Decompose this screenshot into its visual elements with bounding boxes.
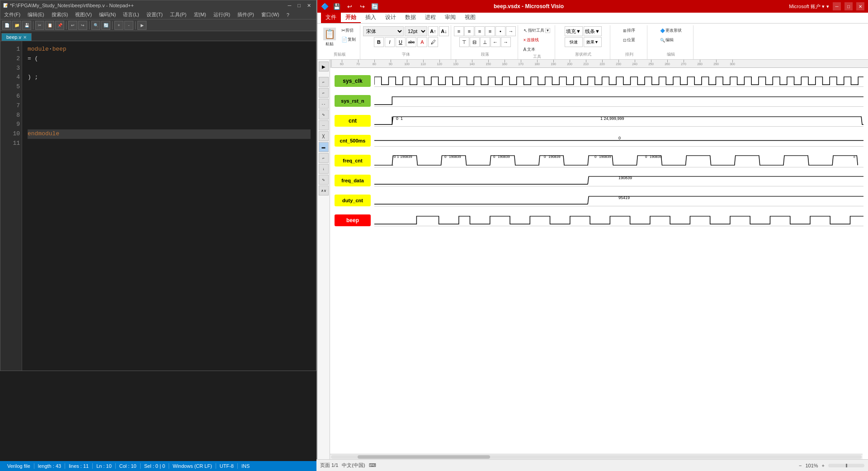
- font-shrink-btn[interactable]: A↓: [439, 26, 449, 36]
- signal-wave-sysrstn: [374, 95, 863, 107]
- visio-canvas[interactable]: sys_clk sys_rst_n: [330, 68, 868, 459]
- arrow-btn[interactable]: ↓: [319, 164, 329, 174]
- dotted-btn[interactable]: ···: [319, 120, 329, 130]
- visio-zoom-in-btn[interactable]: +: [822, 463, 825, 468]
- tab-file[interactable]: 文件: [321, 13, 341, 23]
- visio-zoom-out-btn[interactable]: −: [799, 463, 802, 468]
- refresh-quick-btn[interactable]: 🔄: [370, 2, 379, 11]
- fill-btn[interactable]: 填充▼: [565, 26, 583, 36]
- menu-settings[interactable]: 设置(T): [145, 11, 165, 18]
- tab-close-icon[interactable]: ✕: [23, 35, 27, 40]
- copy-btn-ribbon[interactable]: 📄 复制: [339, 35, 358, 43]
- change-shape-btn[interactable]: 🔷更改形状: [658, 26, 684, 35]
- menu-tools[interactable]: 工具(P): [168, 11, 189, 18]
- undo-quick-btn[interactable]: ↩: [345, 2, 354, 11]
- zigzag-btn[interactable]: ∧∨: [319, 186, 329, 195]
- italic-btn[interactable]: I: [385, 37, 395, 47]
- menu-language[interactable]: 语言(L): [121, 11, 141, 18]
- cut-btn[interactable]: ✂: [35, 21, 44, 30]
- menu-edit[interactable]: 编辑(E): [26, 11, 46, 18]
- active-tool-btn[interactable]: ▬: [319, 142, 329, 152]
- align-btn[interactable]: ⊡位置: [621, 36, 637, 44]
- menu-file[interactable]: 文件(F): [2, 11, 22, 18]
- tab-view[interactable]: 视图: [460, 13, 480, 23]
- minimize-button[interactable]: ─: [286, 3, 294, 9]
- find-select-btn[interactable]: 🔍编辑: [658, 36, 684, 44]
- paste-btn[interactable]: 📌: [55, 21, 64, 30]
- paste-btn-ribbon[interactable]: 📋 粘贴: [321, 26, 338, 48]
- line-btn[interactable]: 线条▼: [584, 26, 602, 36]
- font-grow-btn[interactable]: A↑: [428, 26, 438, 36]
- dashed-btn[interactable]: - -: [319, 99, 329, 109]
- cross-btn[interactable]: ╳: [319, 131, 329, 141]
- tab-home[interactable]: 开始: [341, 13, 361, 23]
- increase-indent-btn[interactable]: →: [501, 37, 511, 47]
- font-name-select[interactable]: 宋体: [363, 26, 404, 36]
- run-btn[interactable]: ▶: [137, 21, 146, 30]
- menu-encoding[interactable]: 编码(N): [97, 11, 118, 18]
- font-size-select[interactable]: 12pt: [405, 26, 427, 36]
- expand-btn[interactable]: ▶: [319, 62, 329, 71]
- horizontal-scrollbar[interactable]: [330, 454, 863, 459]
- align-right-btn[interactable]: ≡: [475, 26, 485, 36]
- underline-btn[interactable]: U: [396, 37, 406, 47]
- valign-bot-btn[interactable]: ⊥: [480, 37, 490, 47]
- tab-data[interactable]: 数据: [401, 13, 420, 23]
- connect1-btn[interactable]: ⌐: [319, 77, 329, 87]
- zoom-out-btn[interactable]: -: [124, 21, 133, 30]
- menu-run[interactable]: 运行(R): [212, 11, 232, 18]
- menu-window[interactable]: 窗口(W): [259, 11, 281, 18]
- new-btn[interactable]: 📄: [2, 21, 11, 30]
- connect2-btn[interactable]: ⌐: [319, 88, 329, 98]
- shadow-btn[interactable]: 效果▼: [584, 37, 602, 47]
- find-btn[interactable]: 🔍: [91, 21, 100, 30]
- copy-btn[interactable]: 📋: [45, 21, 54, 30]
- pointer-tool-btn[interactable]: ↖指针工具 ▼: [521, 26, 553, 35]
- bold-btn[interactable]: B: [374, 37, 384, 47]
- account-btn[interactable]: ▾: [826, 4, 829, 10]
- align-justify-btn[interactable]: ≡: [485, 26, 495, 36]
- indent-btn[interactable]: →: [506, 26, 516, 36]
- highlight-btn[interactable]: 🖊: [428, 37, 438, 47]
- tab-design[interactable]: 设计: [381, 13, 401, 23]
- tab-process[interactable]: 进程: [420, 13, 440, 23]
- notepad-tab[interactable]: beep.v ✕: [1, 33, 32, 41]
- zoom-in-btn[interactable]: +: [114, 21, 123, 30]
- save-btn[interactable]: 💾: [22, 21, 31, 30]
- text-btn[interactable]: A文本: [521, 45, 553, 54]
- replace-btn[interactable]: 🔄: [101, 21, 110, 30]
- quick-styles-btn[interactable]: 快速: [565, 37, 583, 47]
- tab-insert[interactable]: 插入: [361, 13, 381, 23]
- menu-search[interactable]: 搜索(S): [50, 11, 70, 18]
- redo-btn[interactable]: ↪: [78, 21, 87, 30]
- tab-review[interactable]: 审阅: [440, 13, 460, 23]
- menu-plugins[interactable]: 插件(P): [236, 11, 256, 18]
- visio-close-btn[interactable]: ✕: [856, 2, 864, 10]
- valign-top-btn[interactable]: ⊤: [459, 37, 469, 47]
- sine-btn[interactable]: ∿: [319, 175, 329, 185]
- visio-maximize-btn[interactable]: □: [844, 2, 853, 10]
- cut-btn-ribbon[interactable]: ✂ 剪切: [339, 26, 358, 34]
- step-btn[interactable]: ⌐: [319, 153, 329, 163]
- decrease-indent-btn[interactable]: ←: [491, 37, 500, 47]
- connector-btn[interactable]: ×连接线: [521, 36, 553, 44]
- menu-macro[interactable]: 宏(M): [192, 11, 208, 18]
- menu-view[interactable]: 视图(V): [73, 11, 94, 18]
- font-color-btn[interactable]: A: [417, 37, 427, 47]
- list-btn[interactable]: •: [495, 26, 505, 36]
- align-left-btn[interactable]: ≡: [454, 26, 464, 36]
- code-area[interactable]: module·beep = ( ) ; endmodule: [22, 41, 316, 371]
- close-button[interactable]: ✕: [305, 3, 313, 9]
- wave-btn[interactable]: ∿: [319, 109, 329, 119]
- position-btn[interactable]: ⊞排序: [621, 26, 637, 35]
- valign-mid-btn[interactable]: ⊟: [470, 37, 480, 47]
- visio-minimize-btn[interactable]: ─: [833, 2, 841, 10]
- align-center-btn[interactable]: ≡: [464, 26, 474, 36]
- strikethrough-btn[interactable]: abc: [406, 37, 416, 47]
- maximize-button[interactable]: □: [295, 3, 303, 9]
- save-quick-btn[interactable]: 💾: [332, 2, 341, 11]
- open-btn[interactable]: 📁: [12, 21, 21, 30]
- redo-quick-btn[interactable]: ↪: [358, 2, 367, 11]
- undo-btn[interactable]: ↩: [68, 21, 77, 30]
- menu-help[interactable]: ?: [285, 12, 291, 18]
